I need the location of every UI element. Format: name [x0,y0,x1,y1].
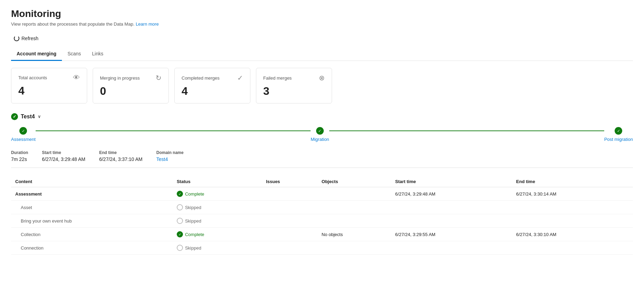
stats-row: Total accounts 👁 4 Merging in progress ↻… [11,68,633,103]
step-post-migration-dot: ✓ [615,127,622,135]
total-accounts-value: 4 [18,84,80,97]
stat-card-total-accounts: Total accounts 👁 4 [11,68,87,103]
col-status: Status [173,176,262,187]
row-1-start-time [391,201,512,214]
start-time-label: Start time [42,150,85,155]
row-2-start-time [391,214,512,228]
skipped-icon [177,245,183,251]
domain-name-value[interactable]: Test4 [156,156,184,162]
row-4-start-time [391,241,512,255]
row-2-end-time [512,214,633,228]
row-0-objects [318,187,391,201]
failed-merges-label: Failed merges [263,75,292,81]
refresh-icon [14,36,19,41]
row-3-content: Collection [11,228,173,241]
total-accounts-icon: 👁 [73,74,80,82]
row-0-content: Assessment [11,187,173,201]
step-migration-dot: ✓ [316,127,324,135]
col-content: Content [11,176,173,187]
row-2-content: Bring your own event hub [11,214,173,228]
table-header-row: Content Status Issues Objects Start time… [11,176,633,187]
row-0-status: ✓ Complete [173,187,262,201]
row-1-objects [318,201,391,214]
skipped-icon [177,204,183,210]
row-4-content: Connection [11,241,173,255]
steps-container: ✓ Assessment ✓ Migration ✓ Post migratio… [11,127,633,142]
row-1-status: Skipped [173,201,262,214]
complete-icon: ✓ [177,191,183,197]
tab-links[interactable]: Links [86,47,109,61]
step-line-2 [329,130,604,131]
completed-merges-value: 4 [182,85,243,98]
page-subtitle: View reports about the processes that po… [11,21,633,27]
info-duration: Duration 7m 22s [11,150,28,162]
table-row: Collection✓ CompleteNo objects6/27/24, 3… [11,228,633,241]
row-0-start-time: 6/27/24, 3:29:48 AM [391,187,512,201]
step-migration: ✓ Migration [311,127,329,142]
step-assessment-label: Assessment [11,137,36,142]
account-name: Test4 [21,114,35,120]
row-0-end-time: 6/27/24, 3:30:14 AM [512,187,633,201]
row-3-start-time: 6/27/24, 3:29:55 AM [391,228,512,241]
step-assessment: ✓ Assessment [11,127,36,142]
account-info-row: Duration 7m 22s Start time 6/27/24, 3:29… [11,150,633,168]
tab-scans[interactable]: Scans [62,47,86,61]
stat-card-completed-merges: Completed merges ✓ 4 [174,68,250,103]
table-row: Connection Skipped [11,241,633,255]
step-post-migration: ✓ Post migration [604,127,633,142]
learn-more-link[interactable]: Learn more [136,21,158,27]
step-post-migration-label: Post migration [604,137,633,142]
step-line-1 [36,130,311,131]
col-issues: Issues [262,176,318,187]
merging-in-progress-icon: ↻ [156,74,162,82]
page-header: Monitoring View reports about the proces… [11,8,633,27]
col-start-time: Start time [391,176,512,187]
total-accounts-label: Total accounts [18,75,47,80]
table-row: Bring your own event hub Skipped [11,214,633,228]
col-objects: Objects [318,176,391,187]
duration-label: Duration [11,150,28,155]
step-migration-label: Migration [311,137,329,142]
row-4-end-time [512,241,633,255]
failed-merges-value: 3 [263,85,325,98]
row-1-issues [262,201,318,214]
row-4-issues [262,241,318,255]
completed-merges-label: Completed merges [182,75,220,81]
row-3-issues [262,228,318,241]
content-table: Content Status Issues Objects Start time… [11,176,633,255]
stat-card-failed-merges: Failed merges ⊗ 3 [256,68,332,103]
row-3-objects: No objects [318,228,391,241]
step-assessment-dot: ✓ [19,127,27,135]
info-start-time: Start time 6/27/24, 3:29:48 AM [42,150,85,162]
toolbar: Refresh [11,34,633,43]
row-2-status: Skipped [173,214,262,228]
end-time-value: 6/27/24, 3:37:10 AM [99,156,142,162]
merging-in-progress-label: Merging in progress [100,75,140,81]
info-end-time: End time 6/27/24, 3:37:10 AM [99,150,142,162]
table-row: Asset Skipped [11,201,633,214]
completed-merges-icon: ✓ [237,74,243,82]
complete-icon: ✓ [177,231,183,237]
merging-in-progress-value: 0 [100,85,162,98]
refresh-button[interactable]: Refresh [11,34,41,43]
table-row: Assessment✓ Complete6/27/24, 3:29:48 AM6… [11,187,633,201]
failed-merges-icon: ⊗ [319,74,325,82]
account-section: ✓ Test4 ∨ ✓ Assessment ✓ Migration ✓ Pos… [11,113,633,255]
col-end-time: End time [512,176,633,187]
account-header: ✓ Test4 ∨ [11,113,633,120]
row-1-end-time [512,201,633,214]
duration-value: 7m 22s [11,156,28,162]
tab-account-merging[interactable]: Account merging [11,47,62,61]
tabs-bar: Account merging Scans Links [11,47,633,61]
row-3-end-time: 6/27/24, 3:30:10 AM [512,228,633,241]
row-4-objects [318,241,391,255]
info-domain-name: Domain name Test4 [156,150,184,162]
stat-card-merging-in-progress: Merging in progress ↻ 0 [93,68,169,103]
row-1-content: Asset [11,201,173,214]
skipped-icon [177,218,183,224]
account-expand-icon[interactable]: ∨ [38,114,41,119]
row-4-status: Skipped [173,241,262,255]
row-2-objects [318,214,391,228]
row-0-issues [262,187,318,201]
end-time-label: End time [99,150,142,155]
